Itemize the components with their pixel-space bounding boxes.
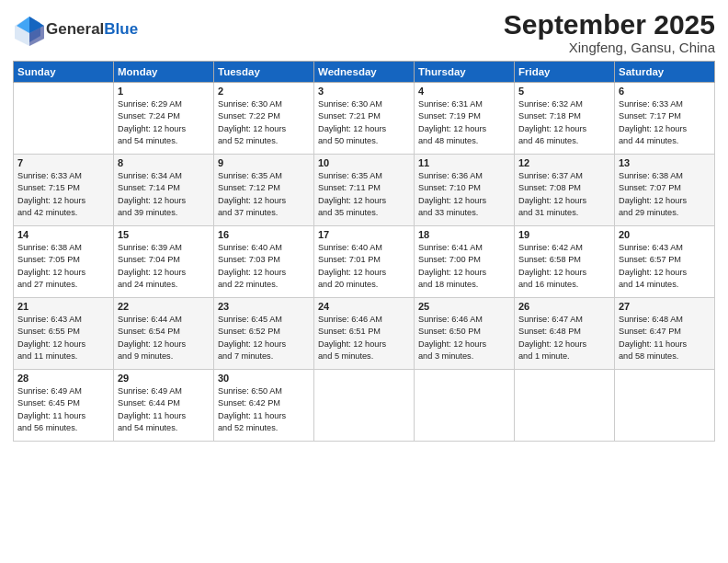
day-number: 30 — [218, 373, 310, 384]
day-info: Sunrise: 6:48 AM Sunset: 6:47 PM Dayligh… — [619, 314, 711, 362]
day-info: Sunrise: 6:31 AM Sunset: 7:19 PM Dayligh… — [418, 98, 510, 147]
day-info: Sunrise: 6:38 AM Sunset: 7:07 PM Dayligh… — [619, 170, 711, 219]
week-row-2: 7Sunrise: 6:33 AM Sunset: 7:15 PM Daylig… — [14, 155, 715, 226]
calendar-cell: 30Sunrise: 6:50 AM Sunset: 6:42 PM Dayli… — [214, 370, 314, 442]
calendar-header-row: SundayMondayTuesdayWednesdayThursdayFrid… — [14, 62, 715, 83]
calendar-cell: 10Sunrise: 6:35 AM Sunset: 7:11 PM Dayli… — [314, 155, 415, 226]
calendar-cell: 24Sunrise: 6:46 AM Sunset: 6:51 PM Dayli… — [314, 298, 415, 370]
calendar-cell: 21Sunrise: 6:43 AM Sunset: 6:55 PM Dayli… — [14, 298, 114, 370]
day-info: Sunrise: 6:49 AM Sunset: 6:45 PM Dayligh… — [17, 385, 109, 434]
calendar-cell: 29Sunrise: 6:49 AM Sunset: 6:44 PM Dayli… — [114, 370, 214, 442]
day-number: 1 — [118, 86, 210, 97]
day-info: Sunrise: 6:41 AM Sunset: 7:00 PM Dayligh… — [418, 242, 510, 291]
location-subtitle: Xingfeng, Gansu, China — [504, 40, 715, 55]
day-number: 5 — [518, 86, 610, 97]
day-info: Sunrise: 6:37 AM Sunset: 7:08 PM Dayligh… — [518, 170, 610, 219]
week-row-4: 21Sunrise: 6:43 AM Sunset: 6:55 PM Dayli… — [14, 298, 715, 370]
day-number: 12 — [518, 157, 610, 168]
day-info: Sunrise: 6:40 AM Sunset: 7:01 PM Dayligh… — [318, 242, 410, 291]
logo-icon — [13, 13, 46, 46]
calendar-cell: 13Sunrise: 6:38 AM Sunset: 7:07 PM Dayli… — [615, 155, 715, 226]
day-number: 9 — [218, 157, 310, 168]
day-number: 24 — [318, 301, 410, 312]
col-header-monday: Monday — [114, 62, 214, 83]
day-info: Sunrise: 6:36 AM Sunset: 7:10 PM Dayligh… — [418, 170, 510, 219]
calendar-cell: 27Sunrise: 6:48 AM Sunset: 6:47 PM Dayli… — [615, 298, 715, 370]
calendar-cell — [515, 370, 615, 442]
day-info: Sunrise: 6:40 AM Sunset: 7:03 PM Dayligh… — [218, 242, 310, 291]
day-number: 20 — [619, 229, 711, 240]
day-number: 14 — [17, 229, 109, 240]
day-number: 23 — [218, 301, 310, 312]
day-number: 25 — [418, 301, 510, 312]
day-number: 11 — [418, 157, 510, 168]
calendar-cell: 17Sunrise: 6:40 AM Sunset: 7:01 PM Dayli… — [314, 226, 415, 298]
day-number: 13 — [619, 157, 711, 168]
day-info: Sunrise: 6:42 AM Sunset: 6:58 PM Dayligh… — [518, 242, 610, 291]
day-info: Sunrise: 6:45 AM Sunset: 6:52 PM Dayligh… — [218, 314, 310, 362]
calendar-cell: 6Sunrise: 6:33 AM Sunset: 7:17 PM Daylig… — [615, 83, 715, 155]
day-info: Sunrise: 6:35 AM Sunset: 7:11 PM Dayligh… — [318, 170, 410, 219]
col-header-wednesday: Wednesday — [314, 62, 415, 83]
calendar-cell: 1Sunrise: 6:29 AM Sunset: 7:24 PM Daylig… — [114, 83, 214, 155]
calendar-cell — [314, 370, 415, 442]
day-number: 29 — [118, 373, 210, 384]
calendar-cell: 28Sunrise: 6:49 AM Sunset: 6:45 PM Dayli… — [14, 370, 114, 442]
month-title: September 2025 — [504, 9, 715, 40]
logo: GeneralBlue — [13, 13, 138, 46]
day-info: Sunrise: 6:43 AM Sunset: 6:57 PM Dayligh… — [619, 242, 711, 291]
calendar-cell: 3Sunrise: 6:30 AM Sunset: 7:21 PM Daylig… — [314, 83, 415, 155]
col-header-saturday: Saturday — [615, 62, 715, 83]
day-info: Sunrise: 6:33 AM Sunset: 7:15 PM Dayligh… — [17, 170, 109, 219]
calendar-cell: 25Sunrise: 6:46 AM Sunset: 6:50 PM Dayli… — [415, 298, 515, 370]
title-block: September 2025 Xingfeng, Gansu, China — [504, 9, 715, 55]
col-header-tuesday: Tuesday — [214, 62, 314, 83]
day-info: Sunrise: 6:50 AM Sunset: 6:42 PM Dayligh… — [218, 385, 310, 434]
day-info: Sunrise: 6:34 AM Sunset: 7:14 PM Dayligh… — [118, 170, 210, 219]
calendar-cell: 19Sunrise: 6:42 AM Sunset: 6:58 PM Dayli… — [515, 226, 615, 298]
day-number: 28 — [17, 373, 109, 384]
day-info: Sunrise: 6:30 AM Sunset: 7:22 PM Dayligh… — [218, 98, 310, 147]
day-number: 27 — [619, 301, 711, 312]
day-number: 17 — [318, 229, 410, 240]
day-number: 2 — [218, 86, 310, 97]
calendar-cell: 8Sunrise: 6:34 AM Sunset: 7:14 PM Daylig… — [114, 155, 214, 226]
calendar-cell: 14Sunrise: 6:38 AM Sunset: 7:05 PM Dayli… — [14, 226, 114, 298]
col-header-thursday: Thursday — [415, 62, 515, 83]
logo-text: GeneralBlue — [46, 20, 138, 39]
calendar-cell: 16Sunrise: 6:40 AM Sunset: 7:03 PM Dayli… — [214, 226, 314, 298]
calendar-cell: 15Sunrise: 6:39 AM Sunset: 7:04 PM Dayli… — [114, 226, 214, 298]
day-info: Sunrise: 6:33 AM Sunset: 7:17 PM Dayligh… — [619, 98, 711, 147]
calendar-cell: 11Sunrise: 6:36 AM Sunset: 7:10 PM Dayli… — [415, 155, 515, 226]
day-number: 15 — [118, 229, 210, 240]
week-row-3: 14Sunrise: 6:38 AM Sunset: 7:05 PM Dayli… — [14, 226, 715, 298]
header: GeneralBlue September 2025 Xingfeng, Gan… — [13, 9, 715, 55]
day-number: 16 — [218, 229, 310, 240]
week-row-5: 28Sunrise: 6:49 AM Sunset: 6:45 PM Dayli… — [14, 370, 715, 442]
calendar-cell: 18Sunrise: 6:41 AM Sunset: 7:00 PM Dayli… — [415, 226, 515, 298]
day-number: 6 — [619, 86, 711, 97]
calendar-cell: 12Sunrise: 6:37 AM Sunset: 7:08 PM Dayli… — [515, 155, 615, 226]
day-info: Sunrise: 6:35 AM Sunset: 7:12 PM Dayligh… — [218, 170, 310, 219]
day-number: 4 — [418, 86, 510, 97]
col-header-sunday: Sunday — [14, 62, 114, 83]
day-number: 21 — [17, 301, 109, 312]
calendar-cell: 5Sunrise: 6:32 AM Sunset: 7:18 PM Daylig… — [515, 83, 615, 155]
day-number: 3 — [318, 86, 410, 97]
day-info: Sunrise: 6:30 AM Sunset: 7:21 PM Dayligh… — [318, 98, 410, 147]
day-number: 22 — [118, 301, 210, 312]
calendar-cell: 9Sunrise: 6:35 AM Sunset: 7:12 PM Daylig… — [214, 155, 314, 226]
day-info: Sunrise: 6:38 AM Sunset: 7:05 PM Dayligh… — [17, 242, 109, 291]
day-number: 26 — [518, 301, 610, 312]
col-header-friday: Friday — [515, 62, 615, 83]
calendar-cell: 23Sunrise: 6:45 AM Sunset: 6:52 PM Dayli… — [214, 298, 314, 370]
calendar-cell — [14, 83, 114, 155]
day-info: Sunrise: 6:29 AM Sunset: 7:24 PM Dayligh… — [118, 98, 210, 147]
calendar-cell: 20Sunrise: 6:43 AM Sunset: 6:57 PM Dayli… — [615, 226, 715, 298]
day-info: Sunrise: 6:49 AM Sunset: 6:44 PM Dayligh… — [118, 385, 210, 434]
day-info: Sunrise: 6:46 AM Sunset: 6:51 PM Dayligh… — [318, 314, 410, 362]
calendar-cell: 2Sunrise: 6:30 AM Sunset: 7:22 PM Daylig… — [214, 83, 314, 155]
calendar-table: SundayMondayTuesdayWednesdayThursdayFrid… — [13, 61, 715, 442]
calendar-cell — [415, 370, 515, 442]
calendar-cell: 26Sunrise: 6:47 AM Sunset: 6:48 PM Dayli… — [515, 298, 615, 370]
